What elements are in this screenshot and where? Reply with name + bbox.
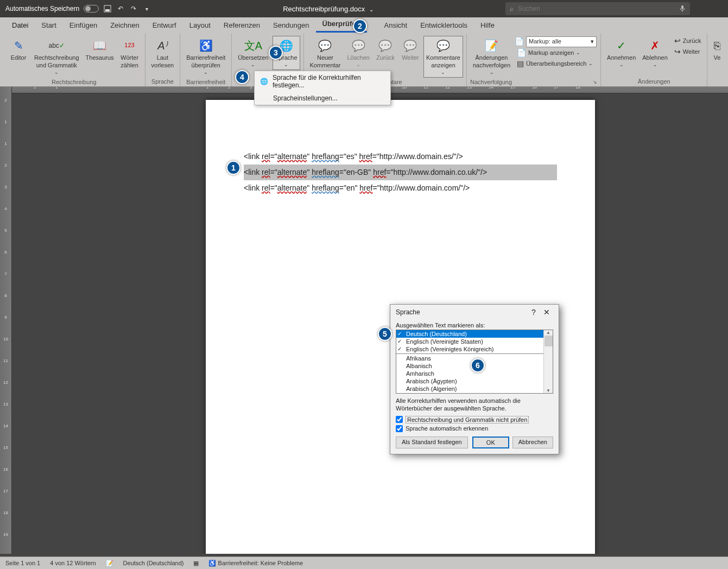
track-changes-button[interactable]: 📝 Änderungen nachverfolgen ⌄ (470, 36, 513, 78)
set-default-button[interactable]: Als Standard festlegen (396, 437, 468, 448)
language-preferences-item[interactable]: Spracheinstellungen... (255, 92, 390, 105)
spelling-grammar-button[interactable]: abc✓ Rechtschreibung und Grammatik ⌄ (31, 36, 82, 78)
show-markup-button[interactable]: 📄 Markup anzeigen⌄ (514, 48, 583, 59)
tab-sendungen[interactable]: Sendungen (267, 18, 316, 33)
do-not-check-input[interactable] (396, 416, 403, 423)
word-count-icon: 123 (124, 38, 134, 53)
tab-entwickler[interactable]: Entwicklertools (414, 18, 474, 33)
vertical-ruler[interactable]: 2112345678910111213141516171819 (0, 87, 12, 554)
status-accessibility[interactable]: ♿ Barrierefreiheit: Keine Probleme (208, 560, 303, 567)
new-comment-button[interactable]: 💬 Neuer Kommentar (307, 36, 344, 72)
next-change-label: Weiter (683, 48, 700, 56)
scroll-thumb[interactable] (545, 336, 553, 346)
next-change-button[interactable]: ↪ Weiter (672, 47, 703, 58)
cancel-button[interactable]: Abbrechen (512, 437, 553, 448)
do-not-check-checkbox[interactable]: Rechtschreibung und Grammatik nicht prüf… (396, 416, 553, 423)
status-page[interactable]: Seite 1 von 1 (5, 560, 40, 566)
editor-icon: ✎ (14, 38, 23, 53)
ok-button[interactable]: OK (472, 437, 509, 448)
code-line-3[interactable]: <link rel="alternate" hreflang="en" href… (244, 180, 557, 196)
mark-as-label: Ausgewählten Text markieren als: (396, 322, 553, 328)
editor-button[interactable]: ✎ Editor (7, 36, 30, 64)
detect-auto-checkbox[interactable]: Sprache automatisch erkennen (396, 425, 553, 432)
next-comment-button[interactable]: 💬 Weiter (398, 36, 422, 64)
translate-button[interactable]: 文A Übersetzen ⌄ (235, 36, 271, 70)
status-macros-icon[interactable]: ▦ (193, 560, 199, 567)
accept-icon: ✓ (617, 38, 626, 53)
translate-label: Übersetzen (238, 54, 268, 62)
prev-change-button[interactable]: ↩ Zurück (672, 36, 704, 47)
reviewing-pane-label: Überarbeitungsbereich (526, 60, 586, 68)
markup-select-icon: 📄 (515, 37, 524, 46)
dialog-help-button[interactable]: ? (527, 308, 540, 317)
accept-label: Annehmen (607, 54, 636, 62)
word-count-button[interactable]: 123 Wörter zählen (118, 36, 142, 72)
language-list-scrollbar[interactable]: ▲ ▼ (543, 330, 553, 393)
read-aloud-label: Laut vorlesen (151, 54, 174, 69)
spellcheck-icon: ✓ (397, 338, 402, 344)
document-title[interactable]: Rechtschreibprüfung.docx (283, 5, 365, 13)
search-input[interactable] (518, 5, 675, 12)
do-not-check-label: Rechtschreibung und Grammatik nicht prüf… (406, 416, 529, 423)
accept-button[interactable]: ✓ Annehmen ⌄ (604, 36, 638, 70)
code-line-1[interactable]: <link rel="alternate" hreflang="es" href… (244, 149, 557, 165)
reviewing-pane-button[interactable]: ▤ Überarbeitungsbereich⌄ (514, 59, 596, 69)
next-change-icon: ↪ (674, 48, 681, 56)
accessibility-button[interactable]: ♿ Barrierefreiheit überprüfen ⌄ (183, 36, 228, 78)
scroll-up-icon[interactable]: ▲ (546, 330, 550, 335)
prev-comment-button[interactable]: 💬 Zurück (374, 36, 397, 64)
thesaurus-button[interactable]: 📖 Thesaurus (83, 36, 117, 64)
group-sprache: Sprache (149, 77, 177, 86)
set-proofing-language-label: Sprache für die Korrekturhilfen festlege… (273, 74, 385, 89)
proofing-language-icon: 🌐 (260, 78, 268, 85)
reject-label: Ablehnen (642, 54, 668, 62)
lang-row-ar-eg[interactable]: Arabisch (Ägypten) (396, 377, 553, 385)
tab-einfuegen[interactable]: Einfügen (63, 18, 104, 33)
delete-comment-label: Löschen (347, 54, 370, 62)
show-comments-button[interactable]: 💬 Kommentare anzeigen ⌄ (423, 36, 463, 78)
autosave-label: Automatisches Speichern (5, 5, 79, 12)
group-aenderungen: Änderungen (604, 77, 704, 86)
tab-datei[interactable]: Datei (5, 18, 35, 33)
lang-row-ar-dz[interactable]: Arabisch (Algerien) (396, 385, 553, 393)
detect-auto-input[interactable] (396, 425, 403, 432)
save-icon[interactable] (103, 4, 112, 13)
dialog-note: Alle Korrekturhilfen verwenden automatis… (396, 397, 553, 413)
tab-referenzen[interactable]: Referenzen (217, 18, 267, 33)
prev-comment-label: Zurück (376, 54, 395, 62)
svg-rect-2 (681, 5, 683, 9)
markup-select[interactable]: 📄 Markup: alle▾ (514, 36, 597, 48)
reject-button[interactable]: ✗ Ablehnen ⌄ (640, 36, 670, 70)
read-aloud-button[interactable]: A⁾ Laut vorlesen (149, 36, 177, 72)
code-line-2-selected[interactable]: <link rel="alternate" hreflang="en-GB" h… (244, 165, 557, 180)
annotation-marker-1: 1 (226, 161, 240, 175)
tab-start[interactable]: Start (35, 18, 62, 33)
compare-button[interactable]: ⎘ Ve (711, 36, 723, 64)
tab-ansicht[interactable]: Ansicht (378, 18, 414, 33)
tab-layout[interactable]: Layout (183, 18, 217, 33)
status-spellcheck-icon[interactable]: 📝 (106, 560, 113, 567)
undo-icon[interactable]: ↶ (116, 4, 125, 13)
tab-zeichnen[interactable]: Zeichnen (104, 18, 145, 33)
status-language[interactable]: Deutsch (Deutschland) (123, 560, 184, 566)
lang-row-de[interactable]: ✓Deutsch (Deutschland) (396, 330, 553, 338)
tab-entwurf[interactable]: Entwurf (146, 18, 183, 33)
lang-row-en-gb[interactable]: ✓Englisch (Vereinigtes Königreich) (396, 345, 553, 353)
group-rechtschreibung: Rechtschreibung (7, 78, 142, 86)
lang-row-en-us[interactable]: ✓Englisch (Vereinigte Staaten) (396, 338, 553, 345)
qat-more-icon[interactable]: ▾ (142, 4, 151, 13)
autosave-toggle[interactable] (84, 5, 99, 12)
tab-hilfe[interactable]: Hilfe (474, 18, 501, 33)
spellcheck-icon: ✓ (397, 346, 402, 352)
delete-comment-button[interactable]: 💬 Löschen ⌄ (344, 36, 372, 70)
set-proofing-language-item[interactable]: 🌐 Sprache für die Korrekturhilfen festle… (255, 71, 390, 92)
markup-select-value: Markup: alle (529, 38, 561, 46)
mic-icon[interactable] (679, 5, 686, 12)
dialog-close-button[interactable]: ✕ (540, 308, 553, 317)
new-comment-icon: 💬 (318, 38, 332, 53)
scroll-down-icon[interactable]: ▼ (546, 388, 550, 393)
redo-icon[interactable]: ↷ (129, 4, 138, 13)
title-chevron-icon[interactable]: ⌄ (369, 7, 374, 12)
status-words[interactable]: 4 von 12 Wörtern (50, 560, 96, 566)
search-box[interactable]: ⌕ (505, 2, 690, 15)
